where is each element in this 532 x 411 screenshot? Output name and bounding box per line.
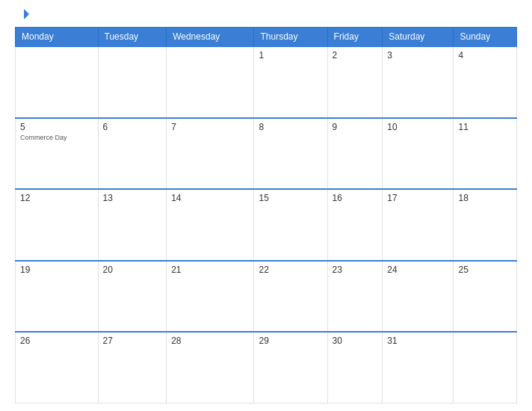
day-number: 23 [332,265,378,275]
calendar-cell [16,46,99,118]
day-number: 31 [387,336,448,346]
week-row-1: 1234 [16,46,517,118]
day-number: 21 [171,265,249,275]
calendar-cell: 11 [454,118,517,190]
day-number: 29 [259,336,322,346]
day-number: 6 [103,122,162,132]
calendar-cell [167,46,254,118]
calendar-cell: 3 [383,46,454,118]
calendar-cell: 9 [327,118,383,190]
calendar-cell: 1 [254,46,327,118]
calendar-cell: 10 [383,118,454,190]
day-number: 27 [103,336,162,346]
day-number: 30 [332,336,378,346]
calendar-cell: 23 [327,261,383,333]
calendar-cell: 6 [98,118,167,190]
weekday-header-saturday: Saturday [383,28,454,47]
day-number: 8 [259,122,322,132]
calendar-cell: 30 [327,332,383,404]
day-number: 22 [259,265,322,275]
week-row-4: 19202122232425 [16,261,517,333]
calendar-cell: 20 [98,261,167,333]
weekday-header-tuesday: Tuesday [98,28,167,47]
weekday-header-friday: Friday [327,28,383,47]
day-number: 2 [332,50,378,61]
day-number: 19 [20,265,93,275]
calendar-cell: 16 [327,189,383,261]
calendar-cell: 19 [16,261,99,333]
day-number: 18 [458,193,512,203]
weekday-header-wednesday: Wednesday [167,28,254,47]
calendar-cell [454,332,517,404]
day-number: 3 [387,50,448,61]
week-row-2: 5Commerce Day67891011 [16,118,517,190]
logo [15,7,33,21]
calendar-cell: 31 [383,332,454,404]
calendar-cell: 5Commerce Day [16,118,99,190]
calendar-cell: 22 [254,261,327,333]
day-number: 25 [458,265,512,275]
calendar-cell: 24 [383,261,454,333]
calendar-table: MondayTuesdayWednesdayThursdayFridaySatu… [15,27,517,404]
calendar-header [15,7,517,21]
weekday-header-thursday: Thursday [254,28,327,47]
calendar-cell: 26 [16,332,99,404]
weekday-header-row: MondayTuesdayWednesdayThursdayFridaySatu… [16,28,517,47]
day-number: 20 [103,265,162,275]
calendar-cell: 29 [254,332,327,404]
svg-marker-0 [24,9,29,19]
logo-flag-icon [17,7,31,21]
holiday-label: Commerce Day [20,134,93,141]
day-number: 5 [20,122,93,132]
day-number: 1 [259,50,322,61]
day-number: 7 [171,122,249,132]
calendar-cell: 14 [167,189,254,261]
calendar-cell: 25 [454,261,517,333]
calendar-cell: 17 [383,189,454,261]
weekday-header-monday: Monday [16,28,99,47]
calendar-cell: 27 [98,332,167,404]
weekday-header-sunday: Sunday [454,28,517,47]
day-number: 17 [387,193,448,203]
calendar-cell: 15 [254,189,327,261]
calendar-cell: 2 [327,46,383,118]
day-number: 4 [458,50,512,61]
calendar-cell: 21 [167,261,254,333]
week-row-5: 262728293031 [16,332,517,404]
day-number: 24 [387,265,448,275]
week-row-3: 12131415161718 [16,189,517,261]
calendar-cell: 4 [454,46,517,118]
calendar-cell: 12 [16,189,99,261]
day-number: 15 [259,193,322,203]
calendar-wrapper: MondayTuesdayWednesdayThursdayFridaySatu… [0,0,532,411]
day-number: 13 [103,193,162,203]
day-number: 12 [20,193,93,203]
calendar-cell [98,46,167,118]
calendar-cell: 28 [167,332,254,404]
day-number: 26 [20,336,93,346]
calendar-cell: 18 [454,189,517,261]
day-number: 28 [171,336,249,346]
day-number: 10 [387,122,448,132]
day-number: 9 [332,122,378,132]
calendar-cell: 8 [254,118,327,190]
calendar-cell: 7 [167,118,254,190]
day-number: 11 [458,122,512,132]
day-number: 16 [332,193,378,203]
day-number: 14 [171,193,249,203]
calendar-cell: 13 [98,189,167,261]
